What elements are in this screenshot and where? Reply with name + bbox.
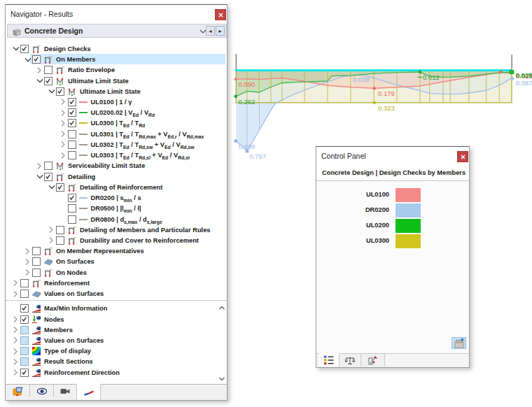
svg-text:0.090: 0.090	[239, 80, 255, 88]
svg-text:0.087: 0.087	[516, 79, 532, 87]
svg-text:0.323: 0.323	[378, 104, 395, 112]
svg-text:0.698: 0.698	[239, 143, 255, 150]
svg-text:0.025: 0.025	[516, 71, 532, 79]
svg-text:0.012: 0.012	[423, 73, 440, 81]
svg-text:0.262: 0.262	[239, 98, 255, 106]
svg-text:0.797: 0.797	[249, 152, 266, 160]
svg-text:0.179: 0.179	[378, 90, 395, 97]
svg-text:0.038: 0.038	[353, 76, 370, 83]
